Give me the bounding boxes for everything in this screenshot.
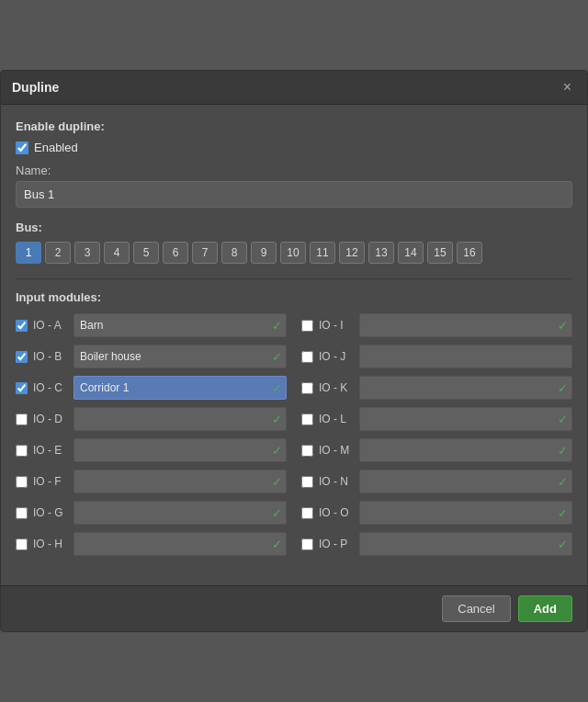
module-label: IO - G (33, 506, 68, 519)
module-label: IO - F (33, 475, 68, 488)
module-row-io---c: IO - C✓ (16, 376, 287, 400)
module-row-io---n: IO - N✓ (301, 470, 572, 493)
module-checkbox-io---n[interactable] (301, 476, 313, 488)
name-input[interactable] (16, 181, 572, 208)
bus-buttons: 12345678910111213141516 (16, 242, 572, 264)
module-checkbox-io---c[interactable] (16, 382, 28, 394)
module-row-io---e: IO - E✓ (16, 438, 287, 462)
module-row-io---i: IO - I✓ (301, 313, 572, 337)
module-input[interactable] (359, 376, 572, 400)
module-label: IO - K (319, 381, 354, 394)
enabled-label: Enabled (34, 141, 78, 154)
bus-btn-11[interactable]: 11 (310, 242, 335, 264)
module-input[interactable] (359, 345, 572, 368)
enable-section-label: Enable dupline: (16, 119, 572, 133)
module-label: IO - I (319, 319, 354, 332)
module-label: IO - H (33, 538, 68, 550)
dialog-title: Dupline (12, 80, 59, 95)
module-label: IO - M (319, 444, 354, 457)
module-checkbox-io---j[interactable] (301, 351, 313, 363)
module-label: IO - E (33, 444, 68, 457)
dialog-body: Enable dupline: Enabled Name: Bus: 12345… (1, 105, 587, 571)
bus-btn-14[interactable]: 14 (398, 242, 424, 264)
module-checkbox-io---k[interactable] (301, 382, 313, 394)
module-checkbox-io---h[interactable] (16, 538, 28, 550)
module-label: IO - P (319, 538, 354, 550)
module-label: IO - B (33, 350, 68, 363)
module-input[interactable] (74, 438, 287, 462)
module-input[interactable] (74, 470, 287, 493)
module-row-io---f: IO - F✓ (16, 470, 287, 493)
module-row-io---a: IO - A✓ (16, 313, 287, 337)
module-input[interactable] (74, 407, 287, 431)
module-checkbox-io---m[interactable] (301, 445, 313, 457)
module-input[interactable] (359, 313, 572, 337)
bus-btn-1[interactable]: 1 (16, 242, 41, 264)
dupline-dialog: Dupline × Enable dupline: Enabled Name: … (0, 70, 588, 632)
module-input[interactable] (359, 438, 572, 462)
module-input[interactable] (74, 313, 287, 337)
module-checkbox-io---e[interactable] (16, 445, 28, 457)
module-row-io---m: IO - M✓ (301, 438, 572, 462)
bus-btn-15[interactable]: 15 (427, 242, 453, 264)
enable-checkbox[interactable] (16, 142, 28, 154)
module-checkbox-io---l[interactable] (301, 413, 313, 425)
bus-btn-16[interactable]: 16 (457, 242, 482, 264)
bus-label: Bus: (16, 221, 572, 234)
bus-btn-3[interactable]: 3 (74, 242, 100, 264)
module-row-io---h: IO - H✓ (16, 532, 287, 556)
bus-btn-7[interactable]: 7 (192, 242, 218, 264)
module-label: IO - J (319, 350, 354, 363)
module-checkbox-io---a[interactable] (16, 320, 28, 332)
bus-btn-8[interactable]: 8 (221, 242, 247, 264)
module-checkbox-io---b[interactable] (16, 351, 28, 363)
module-input[interactable] (359, 407, 572, 431)
module-row-io---l: IO - L✓ (301, 407, 572, 431)
module-row-io---o: IO - O✓ (301, 501, 572, 525)
module-row-io---g: IO - G✓ (16, 501, 287, 525)
module-label: IO - D (33, 413, 68, 425)
module-input[interactable] (74, 501, 287, 525)
module-input[interactable] (359, 532, 572, 556)
module-input[interactable] (359, 470, 572, 493)
add-button[interactable]: Add (518, 595, 572, 622)
bus-btn-6[interactable]: 6 (163, 242, 188, 264)
module-checkbox-io---g[interactable] (16, 507, 28, 519)
module-input[interactable] (74, 376, 287, 400)
modules-grid: IO - A✓IO - I✓IO - B✓IO - JIO - C✓IO - K… (16, 313, 572, 556)
bus-btn-5[interactable]: 5 (133, 242, 159, 264)
name-label: Name: (16, 164, 572, 177)
module-row-io---b: IO - B✓ (16, 345, 287, 368)
bus-btn-13[interactable]: 13 (368, 242, 394, 264)
module-label: IO - C (33, 381, 68, 394)
module-label: IO - A (33, 319, 68, 332)
module-row-io---k: IO - K✓ (301, 376, 572, 400)
bus-btn-2[interactable]: 2 (45, 242, 71, 264)
bus-btn-10[interactable]: 10 (280, 242, 306, 264)
module-checkbox-io---p[interactable] (301, 538, 313, 550)
module-input[interactable] (74, 532, 287, 556)
module-row-io---d: IO - D✓ (16, 407, 287, 431)
close-button[interactable]: × (559, 78, 576, 96)
bus-btn-4[interactable]: 4 (104, 242, 130, 264)
module-label: IO - O (319, 506, 354, 519)
cancel-button[interactable]: Cancel (442, 595, 510, 622)
bus-btn-12[interactable]: 12 (339, 242, 365, 264)
title-bar: Dupline × (1, 71, 587, 105)
module-row-io---p: IO - P✓ (301, 532, 572, 556)
module-checkbox-io---d[interactable] (16, 413, 28, 425)
module-input[interactable] (359, 501, 572, 525)
module-label: IO - L (319, 413, 354, 425)
module-checkbox-io---f[interactable] (16, 476, 28, 488)
dialog-footer: Cancel Add (1, 585, 587, 631)
input-modules-label: Input modules: (16, 290, 572, 304)
module-checkbox-io---o[interactable] (301, 507, 313, 519)
module-input[interactable] (74, 345, 287, 368)
module-label: IO - N (319, 475, 354, 488)
enable-row: Enabled (16, 141, 572, 154)
bus-btn-9[interactable]: 9 (251, 242, 277, 264)
module-row-io---j: IO - J (301, 345, 572, 368)
module-checkbox-io---i[interactable] (301, 320, 313, 332)
